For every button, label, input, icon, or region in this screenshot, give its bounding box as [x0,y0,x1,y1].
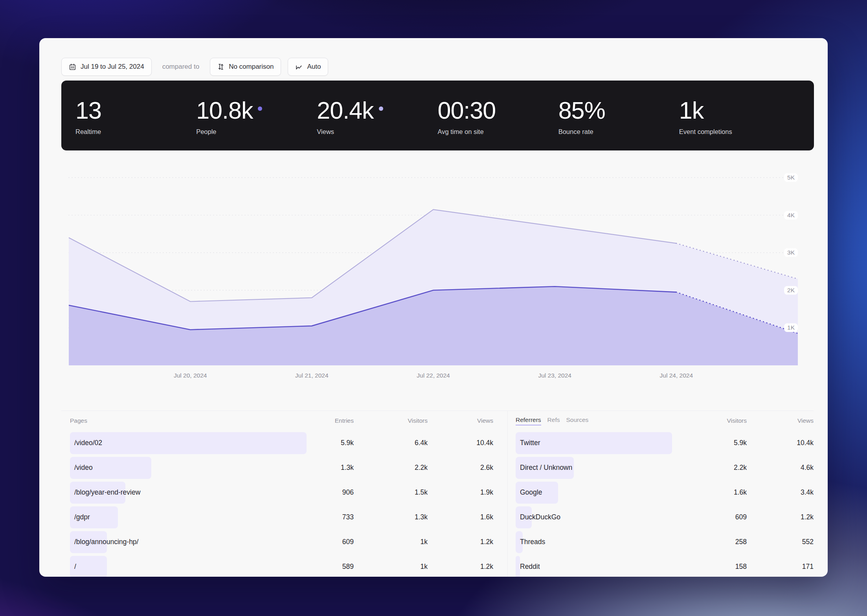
row-label: /blog/year-end-review [70,488,140,497]
row-views: 1.2k [428,538,493,546]
row-label: /video/02 [70,439,102,447]
row-label-cell: Direct / Unknown [516,455,672,480]
stat-label: Event completions [679,128,800,136]
stat-bounce-rate[interactable]: 85% Bounce rate [558,81,679,150]
stat-people[interactable]: 10.8k People [196,81,317,150]
row-label: / [70,563,76,571]
stat-value: 85% [558,98,605,123]
tab-referrers[interactable]: Referrers [516,416,541,425]
row-views: 552 [747,538,814,546]
stat-value: 20.4k [317,98,373,123]
row-views: 1.9k [428,488,493,497]
table-row[interactable]: /video/025.9k6.4k10.4k [70,431,493,455]
row-label-cell: /blog/announcing-hp/ [70,530,307,554]
stat-value: 00:30 [438,98,496,123]
table-row[interactable]: Direct / Unknown2.2k4.6k [516,455,814,480]
row-label: /video [70,464,93,472]
page-background: Jul 19 to Jul 25, 2024 compared to No co… [0,0,867,616]
table-row[interactable]: Twitter5.9k10.4k [516,431,814,455]
column-header-views[interactable]: Views [428,417,493,424]
stat-realtime[interactable]: 13 Realtime [75,81,196,150]
row-visitors: 6.4k [354,439,428,447]
row-visitors: 1.3k [354,513,428,521]
row-visitors: 1.5k [354,488,428,497]
views-series-dot [379,106,383,111]
row-views: 1.6k [428,513,493,521]
stat-avg-time[interactable]: 00:30 Avg time on site [438,81,558,150]
row-visitors: 258 [672,538,747,546]
people-series-dot [258,106,262,111]
stat-value: 13 [75,98,101,123]
pages-table-header: Pages Entries Visitors Views [70,411,493,431]
stat-label: People [196,128,317,136]
row-label-cell: /blog/year-end-review [70,480,307,505]
row-visitors: 2.2k [672,464,747,472]
row-label-cell: Reddit [516,554,672,577]
interval-button[interactable]: Auto [288,58,328,76]
column-header-visitors[interactable]: Visitors [672,417,747,424]
row-label: Google [516,488,542,497]
table-row[interactable]: Threads258552 [516,530,814,554]
row-views: 10.4k [747,439,814,447]
row-views: 171 [747,563,814,571]
table-row[interactable]: /blog/year-end-review9061.5k1.9k [70,480,493,505]
date-range-label: Jul 19 to Jul 25, 2024 [81,63,144,71]
y-axis-tick: 4K [784,211,798,220]
comparison-button[interactable]: No comparison [210,58,281,76]
y-axis-tick: 5K [784,173,798,182]
row-visitors: 1k [354,563,428,571]
row-visitors: 158 [672,563,747,571]
table-row[interactable]: /5891k1.2k [70,554,493,577]
row-views: 3.4k [747,488,814,497]
row-visitors: 5.9k [672,439,747,447]
table-row[interactable]: Google1.6k3.4k [516,480,814,505]
row-visitors: 2.2k [354,464,428,472]
stat-views[interactable]: 20.4k Views [317,81,437,150]
pages-title: Pages [70,417,307,424]
tab-sources[interactable]: Sources [566,416,588,424]
row-label: /gdpr [70,513,90,521]
stat-value: 10.8k [196,98,253,123]
calendar-icon [69,63,76,71]
table-row[interactable]: Reddit158171 [516,554,814,577]
pages-table: Pages Entries Visitors Views /video/025.… [61,411,508,577]
stat-event-completions[interactable]: 1k Event completions [679,81,800,150]
referrers-tabs: Referrers Refs Sources [516,416,672,425]
x-axis-tick: Jul 20, 2024 [174,372,207,379]
row-entries: 1.3k [307,464,354,472]
compare-arrows-icon [217,63,224,70]
row-label: Twitter [516,439,540,447]
analytics-dashboard-card: Jul 19 to Jul 25, 2024 compared to No co… [39,38,828,577]
interval-label: Auto [307,63,321,71]
row-entries: 589 [307,563,354,571]
date-range-button[interactable]: Jul 19 to Jul 25, 2024 [61,58,152,76]
compared-to-label: compared to [162,63,200,71]
row-entries: 5.9k [307,439,354,447]
stat-label: Bounce rate [558,128,679,136]
row-views: 1.2k [428,563,493,571]
row-bar [70,432,307,454]
table-row[interactable]: /video1.3k2.2k2.6k [70,455,493,480]
visitors-area-chart[interactable]: 5K4K3K2K1KJul 20, 2024Jul 21, 2024Jul 22… [69,178,798,365]
row-visitors: 1.6k [672,488,747,497]
tab-refs[interactable]: Refs [547,416,560,424]
column-header-entries[interactable]: Entries [307,417,354,424]
y-axis-tick: 3K [784,248,798,257]
table-row[interactable]: /blog/announcing-hp/6091k1.2k [70,530,493,554]
row-visitors: 609 [672,513,747,521]
stat-label: Realtime [75,128,196,136]
row-entries: 609 [307,538,354,546]
row-label-cell: /gdpr [70,505,307,530]
table-row[interactable]: /gdpr7331.3k1.6k [70,505,493,530]
table-row[interactable]: DuckDuckGo6091.2k [516,505,814,530]
column-header-visitors[interactable]: Visitors [354,417,428,424]
x-axis-tick: Jul 24, 2024 [660,372,693,379]
row-label: Threads [516,538,545,546]
breakdown-tables: Pages Entries Visitors Views /video/025.… [61,411,814,577]
row-label: Reddit [516,563,540,571]
column-header-views[interactable]: Views [747,417,814,424]
x-axis-tick: Jul 23, 2024 [538,372,571,379]
row-label-cell: Google [516,480,672,505]
row-label-cell: Threads [516,530,672,554]
x-axis-tick: Jul 21, 2024 [295,372,328,379]
